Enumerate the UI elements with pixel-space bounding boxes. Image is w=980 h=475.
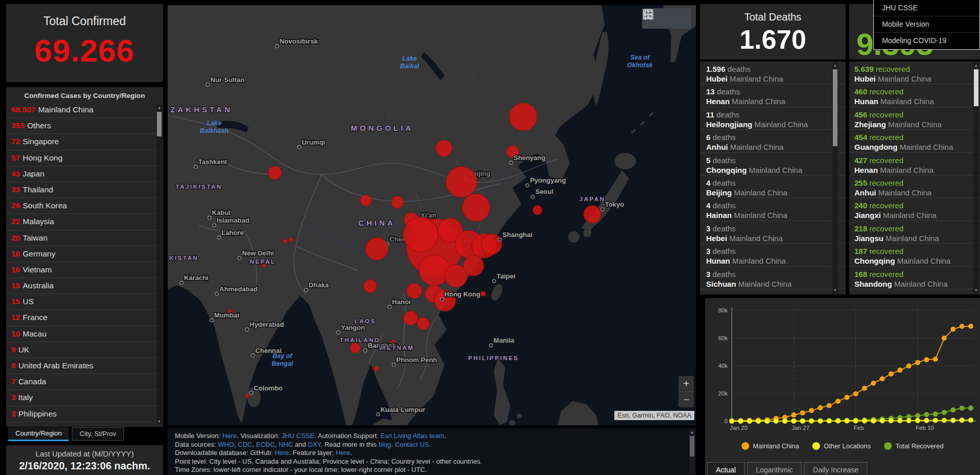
basemap-gallery-icon[interactable] [642, 8, 654, 21]
case-bubble[interactable] [407, 283, 422, 299]
case-bubble[interactable] [360, 195, 371, 206]
confirmed-row[interactable]: 57Hong Kong [6, 150, 163, 166]
case-bubble[interactable] [374, 366, 379, 371]
recovered-row[interactable]: 255 recoveredAnhui Mainland China [849, 175, 980, 198]
deaths-list-scrollbar[interactable]: ▲ ▼ [832, 63, 838, 293]
confirmed-row[interactable]: 9UK [6, 342, 163, 358]
death-row[interactable]: 5 deathsChongqing Mainland China [700, 153, 846, 175]
case-bubble[interactable] [436, 140, 452, 156]
chart-tab-actual[interactable]: Actual [707, 462, 745, 475]
death-row[interactable]: 13 deathsHenan Mainland China [700, 84, 846, 107]
case-bubble[interactable] [533, 206, 542, 215]
info-link[interactable]: ECDC [256, 441, 275, 448]
confirmed-row[interactable]: 15Australia [6, 278, 163, 294]
confirmed-row[interactable]: 15US [6, 294, 163, 310]
zoom-in-button[interactable]: + [678, 376, 694, 392]
confirmed-list-scrollbar[interactable]: ▲ ▼ [156, 105, 162, 425]
info-link[interactable]: CDC [238, 441, 252, 448]
recovered-row[interactable]: 460 recoveredHunan Mainland China [849, 84, 980, 107]
case-bubble[interactable] [283, 239, 287, 243]
death-row[interactable]: 1.596 deathsHubei Mainland China [700, 62, 846, 84]
death-row[interactable]: 11 deathsHeilongjiang Mainland China [700, 107, 846, 130]
recovered-row[interactable]: 454 recoveredGuangdong Mainland China [849, 130, 980, 152]
menu-item-mobile-version[interactable]: Mobile Version [874, 16, 979, 33]
menu-item-modeling-covid-19[interactable]: Modeling COVID-19 [874, 33, 979, 49]
scrollbar-thumb[interactable] [690, 436, 694, 457]
death-row[interactable]: 4 deathsBeijing Mainland China [700, 175, 846, 198]
scroll-down-icon[interactable]: ▼ [973, 287, 979, 293]
scroll-up-icon[interactable]: ▲ [689, 429, 695, 436]
info-link[interactable]: WHO [218, 441, 234, 448]
case-bubble[interactable] [584, 206, 601, 223]
case-bubble[interactable] [463, 255, 484, 276]
case-bubble[interactable] [481, 234, 502, 254]
scroll-up-icon[interactable]: ▲ [832, 63, 838, 69]
info-link[interactable]: Here [336, 449, 350, 457]
death-row[interactable]: 4 deathsHainan Mainland China [700, 198, 846, 221]
scroll-down-icon[interactable]: ▼ [832, 287, 838, 293]
recovered-row[interactable]: 427 recoveredHenan Mainland China [849, 153, 980, 175]
zoom-out-button[interactable]: − [678, 392, 694, 407]
info-link[interactable]: Contact US [395, 441, 429, 448]
death-row[interactable]: 3 deathsHunan Mainland China [700, 244, 846, 266]
confirmed-row[interactable]: 10Macau [6, 326, 163, 342]
menu-item-jhu-csse[interactable]: JHU CSSE [874, 0, 979, 16]
case-bubble[interactable] [403, 217, 438, 252]
case-bubble[interactable] [404, 311, 418, 325]
case-bubble[interactable] [481, 291, 486, 296]
recovered-row[interactable]: 187 recoveredChongqing Mainland China [849, 244, 980, 266]
case-bubble[interactable] [391, 196, 404, 208]
death-row[interactable]: 3 deathsHebei Mainland China [700, 221, 846, 244]
recovered-row[interactable]: 456 recoveredZhejiang Mainland China [849, 107, 980, 130]
info-link[interactable]: Here [274, 449, 289, 457]
confirmed-row[interactable]: 8United Arab Emirates [6, 358, 163, 374]
recovered-row[interactable]: 218 recoveredJiangsu Mainland China [849, 221, 980, 244]
death-row[interactable]: 6 deathsAnhui Mainland China [700, 130, 846, 152]
confirmed-row[interactable]: 29South Korea [6, 198, 163, 214]
confirmed-row[interactable]: 3Philippines [6, 406, 163, 422]
info-link[interactable]: Esri Living Atlas team [381, 432, 444, 440]
case-bubble[interactable] [350, 343, 361, 353]
info-link[interactable]: Here [223, 432, 237, 440]
confirmed-row[interactable]: 355Others [6, 118, 163, 134]
confirmed-row[interactable]: 72Singapore [6, 134, 163, 150]
recovered-list-scrollbar[interactable]: ▲ ▼ [973, 63, 979, 293]
case-bubble[interactable] [417, 318, 430, 330]
case-bubble[interactable] [245, 394, 249, 398]
case-bubble[interactable] [419, 255, 450, 286]
recovered-row[interactable]: 5.639 recoveredHubei Mainland China [849, 62, 980, 84]
confirmed-row[interactable]: 43Japan [6, 166, 163, 182]
map-svg[interactable]: ChengduWuhanXi'anBeijing NovosibirskNur-… [168, 5, 696, 425]
confirmed-row[interactable]: 12France [6, 310, 163, 326]
scroll-up-icon[interactable]: ▲ [156, 105, 162, 111]
confirmed-row[interactable]: 16Germany [6, 246, 163, 262]
confirmed-row[interactable]: 33Thailand [6, 182, 163, 198]
scroll-down-icon[interactable]: ▼ [156, 419, 162, 425]
info-link[interactable]: blog [378, 441, 391, 448]
confirmed-row[interactable]: 3Italy [6, 390, 163, 406]
case-bubble[interactable] [363, 280, 376, 293]
info-scrollbar[interactable]: ▲ [689, 429, 695, 474]
chart-tab-logarithmic[interactable]: Logarithmic [747, 462, 802, 475]
confirmed-row[interactable]: 16Vietnam [6, 262, 163, 278]
scrollbar-thumb[interactable] [974, 69, 978, 106]
info-link[interactable]: JHU CSSE [282, 432, 314, 440]
confirmed-row[interactable]: 68.507Mainland China [6, 102, 163, 118]
tab-city-st-prov[interactable]: City, St/Prov [72, 427, 124, 441]
confirmed-row[interactable]: 7Canada [6, 374, 163, 390]
case-bubble[interactable] [446, 167, 477, 197]
death-row[interactable]: 3 deathsSichuan Mainland China [700, 267, 846, 289]
map-canvas[interactable]: ChengduWuhanXi'anBeijing NovosibirskNur-… [168, 5, 696, 425]
case-bubble[interactable] [289, 237, 293, 242]
case-bubble[interactable] [509, 103, 537, 131]
chart-tab-daily-increase[interactable]: Daily Increase [804, 462, 867, 475]
scrollbar-thumb[interactable] [157, 112, 162, 136]
info-link[interactable]: DXY [308, 441, 321, 448]
case-bubble[interactable] [463, 194, 490, 222]
info-link[interactable]: NHC [278, 441, 293, 448]
recovered-row[interactable]: 168 recoveredShandong Mainland China [849, 267, 980, 289]
case-bubble[interactable] [366, 237, 388, 260]
tab-country-region[interactable]: Country/Region [8, 427, 69, 441]
case-bubble[interactable] [268, 166, 282, 180]
confirmed-row[interactable]: 22Malaysia [6, 214, 163, 230]
